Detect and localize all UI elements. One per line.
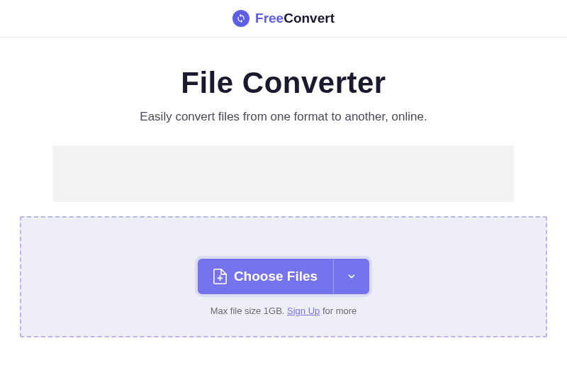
ad-placeholder [53,145,514,202]
hint-suffix: for more [320,306,357,316]
logo-text-part1: Free [255,11,284,26]
hint-prefix: Max file size 1GB. [210,306,287,316]
upload-button-group: Choose Files [198,259,369,294]
logo-text[interactable]: FreeConvert [255,11,335,26]
signup-link[interactable]: Sign Up [287,306,320,316]
chevron-down-icon [347,271,357,281]
logo-text-part2: Convert [284,11,335,26]
file-add-icon [213,269,227,284]
choose-files-label: Choose Files [234,269,318,284]
page-title: File Converter [14,66,553,100]
choose-files-button[interactable]: Choose Files [198,259,333,294]
header: FreeConvert [0,0,567,38]
upload-hint: Max file size 1GB. Sign Up for more [35,306,532,316]
page-subtitle: Easily convert files from one format to … [14,110,553,124]
upload-dropdown-button[interactable] [333,259,369,294]
logo-icon [232,10,249,27]
main-content: File Converter Easily convert files from… [0,38,567,352]
refresh-icon [236,13,246,23]
drop-zone[interactable]: Choose Files Max file size 1GB. Sign Up … [20,216,547,337]
